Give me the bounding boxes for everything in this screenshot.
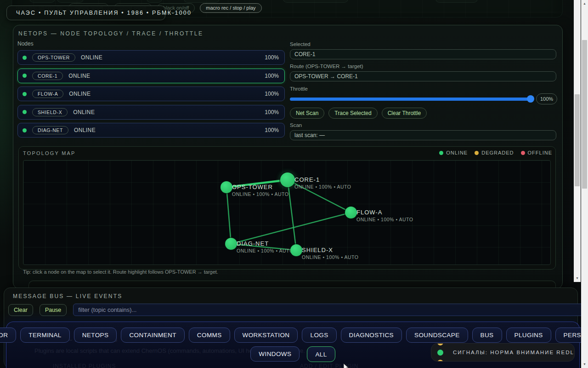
window-scrollbar-up-arrow[interactable]: ▲ xyxy=(581,1,588,6)
throttle-slider-track[interactable] xyxy=(290,98,533,101)
window-scrollbar-thumb[interactable] xyxy=(582,40,587,189)
bus-pause-button[interactable]: Pause xyxy=(40,304,67,316)
taskbar-button-logs[interactable]: LOGS xyxy=(302,328,336,343)
map-edge-ops-tower-diag-net xyxy=(226,187,231,244)
legend-label: OFFLINE xyxy=(528,150,552,155)
online-status-dot xyxy=(23,128,27,132)
bus-clear-button[interactable]: Clear xyxy=(8,304,33,316)
node-name-badge: SHIELD-X xyxy=(32,108,68,116)
throttle-value-badge: 100% xyxy=(536,93,557,104)
taskbar-button-containment[interactable]: CONTAINMENT xyxy=(121,328,184,343)
map-node-label-ops-tower: OPS-TOWERONLINE • 100% • AUTO xyxy=(232,184,288,197)
node-row-shield-x[interactable]: SHIELD-XONLINE100% xyxy=(17,105,285,120)
node-row-ops-tower[interactable]: OPS-TOWERONLINE100% xyxy=(17,50,285,65)
node-name-badge: FLOW-A xyxy=(32,90,63,98)
map-node-name: CORE-1 xyxy=(294,176,351,183)
online-legend-dot xyxy=(439,151,443,155)
shortcut-button-macro[interactable]: macro rec / stop / play xyxy=(200,3,261,13)
window-scrollbar[interactable]: ▲ ▼ xyxy=(581,0,588,368)
node-status-text: ONLINE xyxy=(74,127,96,133)
taskbar-button-netops[interactable]: NETOPS xyxy=(74,328,117,343)
online-status-dot xyxy=(23,74,27,78)
map-tip-text: Tip: click a node on the map to select i… xyxy=(23,269,218,275)
window-title-tooltip: ЧАЭС • ПУЛЬТ УПРАВЛЕНИЯ • 1986 • РБМК-10… xyxy=(6,6,165,20)
node-throttle-percent: 100% xyxy=(265,73,279,79)
map-node-name: OPS-TOWER xyxy=(232,184,288,190)
inner-scrollbar[interactable]: ▼ xyxy=(574,0,581,282)
net-scan-button[interactable]: Net Scan xyxy=(290,108,324,119)
window-scrollbar-down-arrow[interactable]: ▼ xyxy=(581,362,588,367)
throttle-label: Throttle xyxy=(290,86,308,92)
bg-installed-plugins: INSTALLED PLUGINS xyxy=(53,363,116,368)
map-node-label-diag-net: DIAG-NETONLINE • 100% • AUTO xyxy=(237,240,293,253)
map-node-name: DIAG-NET xyxy=(237,240,293,247)
cutoff-button-outline[interactable] xyxy=(435,0,478,3)
online-status-dot xyxy=(23,56,27,60)
node-throttle-percent: 100% xyxy=(265,109,279,115)
taskbar-button-all[interactable]: ALL xyxy=(307,346,335,362)
degraded-legend-dot xyxy=(475,151,479,155)
map-node-flow-a[interactable] xyxy=(345,207,357,218)
node-status-text: ONLINE xyxy=(69,91,90,97)
node-status-text: ONLINE xyxy=(73,109,95,115)
signals-toast-text: СИГНАЛЫ: НОРМА ВНИМАНИЕ REDLINE xyxy=(453,350,575,355)
online-status-dot xyxy=(23,92,27,96)
node-name-badge: DIAG-NET xyxy=(32,126,68,134)
taskbar-button-windows[interactable]: WINDOWS xyxy=(250,346,300,362)
message-bus-title: MESSAGE BUS — LIVE EVENTS xyxy=(13,293,122,299)
map-node-name: SHIELD-X xyxy=(302,247,358,253)
signal-light-1 xyxy=(437,350,443,356)
selected-label: Selected xyxy=(290,41,311,47)
map-node-shield-x[interactable] xyxy=(290,244,302,256)
cutoff-button-outline[interactable] xyxy=(283,0,348,3)
topology-map-title: TOPOLOGY MAP xyxy=(23,150,76,156)
trace-selected-button[interactable]: Trace Selected xyxy=(328,108,377,119)
inner-scrollbar-down-arrow[interactable]: ▼ xyxy=(574,276,581,281)
signal-light-2 xyxy=(437,360,443,362)
taskbar-button-diagnostics[interactable]: DIAGNOSTICS xyxy=(341,328,402,343)
topology-map-canvas[interactable]: OPS-TOWERONLINE • 100% • AUTOCORE-1ONLIN… xyxy=(23,160,551,265)
nodes-list-label: Nodes xyxy=(17,40,34,47)
signal-light-0 xyxy=(437,343,443,345)
taskbar-button-bus[interactable]: BUS xyxy=(472,328,502,343)
node-row-flow-a[interactable]: FLOW-AONLINE100% xyxy=(17,86,285,101)
map-node-label-flow-a: FLOW-AONLINE • 100% • AUTO xyxy=(356,209,413,222)
clear-throttle-button[interactable]: Clear Throttle xyxy=(382,108,427,119)
node-status-text: ONLINE xyxy=(68,73,90,79)
mouse-cursor xyxy=(343,363,349,368)
chernos-desktop: Terminal shortcuts: satlink on/offghost … xyxy=(0,0,588,368)
legend-item-offline: OFFLINE xyxy=(521,150,552,155)
route-input[interactable] xyxy=(290,71,556,81)
map-node-diag-net[interactable] xyxy=(225,238,237,250)
taskbar-button-terminal[interactable]: TERMINAL xyxy=(20,328,69,343)
map-node-status-line: ONLINE • 100% • AUTO xyxy=(294,184,351,190)
map-node-label-shield-x: SHIELD-XONLINE • 100% • AUTO xyxy=(302,247,358,260)
map-node-ops-tower[interactable] xyxy=(220,181,232,193)
node-row-core-1[interactable]: CORE-1ONLINE100% xyxy=(17,69,285,83)
selected-input[interactable] xyxy=(290,49,556,59)
legend-item-online: ONLINE xyxy=(439,150,468,155)
node-throttle-percent: 100% xyxy=(265,54,279,61)
node-throttle-percent: 100% xyxy=(265,91,279,97)
node-row-diag-net[interactable]: DIAG-NETONLINE100% xyxy=(17,123,285,138)
inner-scrollbar-thumb[interactable] xyxy=(575,94,580,186)
taskbar-button-reactor[interactable]: REACTOR xyxy=(0,328,16,343)
map-node-core-1[interactable] xyxy=(280,172,295,187)
throttle-slider-thumb[interactable] xyxy=(527,95,534,103)
node-name-badge: OPS-TOWER xyxy=(32,53,75,62)
taskbar-button-plugins[interactable]: PLUGINS xyxy=(506,328,551,343)
map-node-name: FLOW-A xyxy=(356,209,413,216)
netops-window-title: NETOPS — NODE TOPOLOGY / TRACE / THROTTL… xyxy=(18,30,204,37)
bg-add-edit-plugin: ADD / EDIT PLUGIN xyxy=(300,363,358,368)
taskbar-button-soundscape[interactable]: SOUNDSCAPE xyxy=(406,328,468,343)
node-status-text: ONLINE xyxy=(81,54,102,61)
taskbar-button-comms[interactable]: COMMS xyxy=(189,328,230,343)
bus-filter-input[interactable] xyxy=(73,304,584,316)
online-status-dot xyxy=(23,110,27,114)
scan-input[interactable] xyxy=(290,130,556,140)
map-legend: ONLINEDEGRADEDOFFLINE xyxy=(439,150,552,155)
legend-label: ONLINE xyxy=(446,150,468,155)
map-node-label-core-1: CORE-1ONLINE • 100% • AUTO xyxy=(294,176,351,190)
legend-item-degraded: DEGRADED xyxy=(475,150,514,155)
taskbar-button-workstation[interactable]: WORKSTATION xyxy=(234,328,298,343)
